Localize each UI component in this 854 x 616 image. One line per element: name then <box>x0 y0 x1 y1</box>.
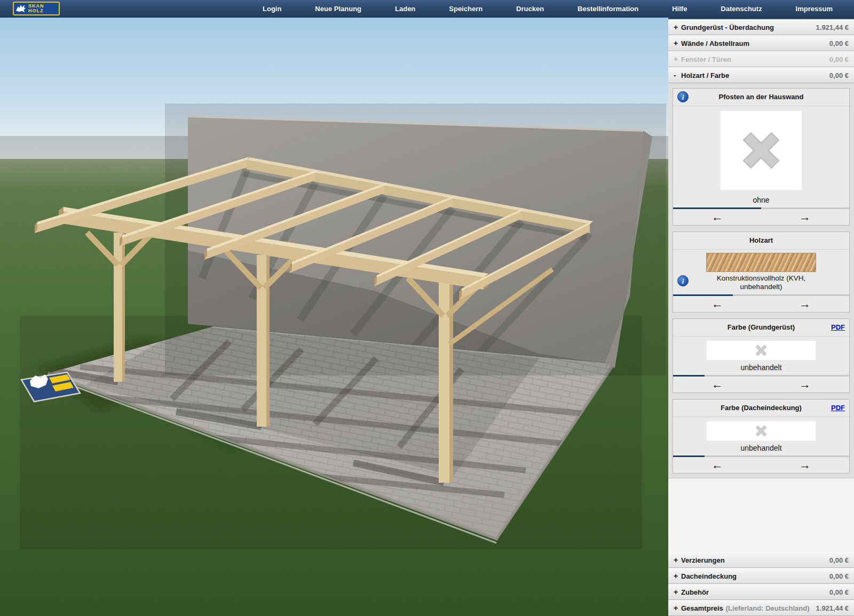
info-icon[interactable]: i <box>677 275 689 286</box>
section-price: 0,00 € <box>829 39 849 47</box>
panel-holzart: Holzart i Konstruktionsvollholz (KVH, un… <box>673 231 850 313</box>
color-preview <box>707 341 816 360</box>
info-icon[interactable]: i <box>677 91 689 102</box>
panel-title: Farbe (Grundgerüst) <box>728 323 795 331</box>
none-option-x-icon <box>732 121 790 180</box>
section-dacheindeckung[interactable]: + Dacheindeckung 0,00 € <box>668 568 854 584</box>
prev-arrow[interactable]: ← <box>711 377 723 392</box>
expand-icon: + <box>674 55 681 63</box>
section-verzierungen[interactable]: + Verzierungen 0,00 € <box>668 552 854 568</box>
option-caption: unbehandelt <box>673 443 849 455</box>
config-sidebar: + Grundgerüst - Überdachung 1.921,44 € +… <box>668 17 854 616</box>
nav-login[interactable]: Login <box>263 5 281 13</box>
panel-pfosten-hauswand: i Pfosten an der Hauswand ohne ← → <box>673 88 850 226</box>
collapse-icon: - <box>674 71 681 79</box>
next-arrow[interactable]: → <box>799 377 811 392</box>
next-arrow[interactable]: → <box>799 210 811 225</box>
prev-arrow[interactable]: ← <box>711 297 723 311</box>
holzart-farbe-content: i Pfosten an der Hauswand ohne ← → Holza… <box>668 83 854 478</box>
option-caption: unbehandelt <box>673 362 849 375</box>
expand-icon: + <box>674 588 681 596</box>
section-price: 0,00 € <box>829 71 849 79</box>
skanholz-logo: SKAN HOLZ <box>13 2 60 15</box>
section-gesamtpreis[interactable]: + Gesamtpreis (Lieferland: Deutschland) … <box>668 600 854 616</box>
color-preview <box>707 421 816 441</box>
section-holzart-farbe[interactable]: - Holzart / Farbe 0,00 € <box>668 67 854 83</box>
nav-drucken[interactable]: Drucken <box>516 5 544 13</box>
none-option-x-icon <box>752 422 770 440</box>
option-caption: ohne <box>673 195 849 207</box>
delivery-country-note: (Lieferland: Deutschland) <box>726 604 810 612</box>
moose-icon <box>15 4 27 13</box>
expand-icon: + <box>674 604 681 612</box>
main-nav: Login Neue Planung Laden Speichern Druck… <box>263 5 833 13</box>
prev-arrow[interactable]: ← <box>711 458 723 473</box>
sidebar-spacer <box>668 478 854 552</box>
nav-bestellinformation[interactable]: Bestellinformation <box>578 5 638 13</box>
section-price: 0,00 € <box>829 588 849 596</box>
nav-laden[interactable]: Laden <box>395 5 415 13</box>
nav-impressum[interactable]: Impressum <box>796 5 833 13</box>
section-price: 0,00 € <box>829 572 849 580</box>
pdf-link[interactable]: PDF <box>831 319 845 336</box>
panel-title: Pfosten an der Hauswand <box>719 93 804 101</box>
expand-icon: + <box>674 572 681 580</box>
next-arrow[interactable]: → <box>799 458 811 473</box>
option-caption: i Konstruktionsvollholz (KVH, unbehandel… <box>673 274 849 294</box>
section-price: 1.921,44 € <box>816 23 849 31</box>
none-option-x-icon <box>752 341 770 359</box>
panel-farbe-grundgeruest: Farbe (Grundgerüst) PDF unbehandelt ← → <box>673 318 850 393</box>
option-preview <box>673 106 849 195</box>
section-zubehoer[interactable]: + Zubehör 0,00 € <box>668 584 854 600</box>
next-arrow[interactable]: → <box>799 297 811 311</box>
nav-neue-planung[interactable]: Neue Planung <box>315 5 361 13</box>
panel-farbe-dacheindeckung: Farbe (Dacheindeckung) PDF unbehandelt ←… <box>673 399 850 474</box>
panel-title: Holzart <box>749 236 773 244</box>
prev-arrow[interactable]: ← <box>711 210 723 225</box>
total-price: 1.921,44 € <box>816 604 849 612</box>
panel-title: Farbe (Dacheindeckung) <box>721 404 802 412</box>
3d-viewport[interactable] <box>0 17 668 616</box>
section-price: 0,00 € <box>829 55 849 63</box>
expand-icon: + <box>674 556 681 564</box>
nav-hilfe[interactable]: Hilfe <box>672 5 687 13</box>
top-menubar: SKAN HOLZ Login Neue Planung Laden Speic… <box>0 0 854 18</box>
pdf-link[interactable]: PDF <box>831 399 845 417</box>
section-grundgeruest[interactable]: + Grundgerüst - Überdachung 1.921,44 € <box>668 19 854 35</box>
nav-datenschutz[interactable]: Datenschutz <box>721 5 762 13</box>
section-waende[interactable]: + Wände / Abstellraum 0,00 € <box>668 35 854 51</box>
nav-speichern[interactable]: Speichern <box>449 5 483 13</box>
wood-texture-preview <box>706 253 816 272</box>
sidebar-bottom-sections: + Verzierungen 0,00 € + Dacheindeckung 0… <box>668 552 854 616</box>
logo-text-line2: HOLZ <box>28 9 44 13</box>
expand-icon: + <box>674 23 681 31</box>
section-price: 0,00 € <box>829 556 849 564</box>
expand-icon: + <box>674 39 681 47</box>
section-fenster-tueren: + Fenster / Türen 0,00 € <box>668 51 854 67</box>
